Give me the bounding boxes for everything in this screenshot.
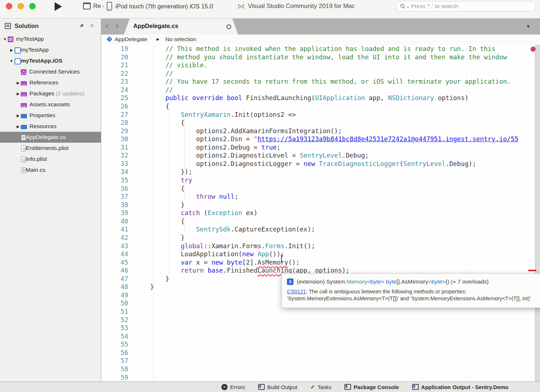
panel-button-errors[interactable]: ✕Errors [221, 384, 245, 390]
line-number[interactable]: 30 [101, 135, 128, 143]
expand-arrow-icon[interactable]: ▶ [9, 48, 14, 52]
sidebar-item-mytestapp[interactable]: ▼myTestApp [0, 33, 101, 44]
line-number[interactable]: 44 [101, 250, 128, 258]
line-number[interactable]: 26 [101, 102, 128, 111]
line-number[interactable]: 34 [101, 168, 128, 176]
code-line[interactable]: } [135, 201, 535, 209]
line-number[interactable]: 59 [101, 373, 128, 382]
panel-button-application-output-sentry-demo[interactable]: Application Output - Sentry.Demo [412, 384, 509, 390]
code-line[interactable]: options2.DiagnosticLevel = SentryLevel.D… [135, 151, 535, 160]
line-number[interactable]: 43 [101, 242, 128, 250]
search-field[interactable]: ▾ [396, 1, 536, 11]
panel-button-package-console[interactable]: Package Console [344, 384, 399, 390]
code-line[interactable]: }); [135, 168, 535, 176]
line-number[interactable]: 22 [101, 70, 128, 78]
code-line[interactable] [135, 324, 535, 332]
code-line[interactable]: options2.Debug = true; [135, 143, 535, 152]
run-button[interactable] [54, 2, 65, 12]
sidebar-item-packages[interactable]: ▶Packages(2 updates) [0, 88, 101, 99]
code-line[interactable]: // You have 17 seconds to return from th… [135, 78, 535, 86]
close-icon[interactable]: ✕ [90, 22, 94, 29]
code-line[interactable]: { [135, 102, 535, 111]
collapse-arrow-icon[interactable]: ▼ [2, 37, 8, 41]
code-line[interactable] [135, 357, 535, 365]
tab-list-dropdown-icon[interactable]: ▼ [526, 24, 531, 29]
code-line[interactable]: { [135, 217, 535, 226]
line-number[interactable]: 32 [101, 151, 128, 160]
line-number[interactable]: 38 [101, 201, 128, 209]
code-line[interactable]: LoadApplication(new App()); [135, 250, 535, 258]
line-number[interactable]: 33 [101, 160, 128, 168]
line-number[interactable]: 48 [101, 283, 128, 291]
line-number[interactable]: 51 [101, 308, 128, 316]
line-number[interactable]: 56 [101, 349, 128, 357]
code-line[interactable]: { [135, 119, 535, 127]
error-code-link[interactable]: CS0121 [287, 289, 306, 294]
code-line[interactable]: options2.DiagnosticLogger = new TraceDia… [135, 160, 535, 168]
collapse-arrow-icon[interactable]: ▼ [9, 59, 14, 63]
code-line[interactable] [135, 373, 535, 382]
line-number[interactable]: 49 [101, 291, 128, 300]
code-line[interactable]: // [135, 70, 535, 78]
code-line[interactable]: // This method is invoked when the appli… [135, 45, 535, 53]
code-line[interactable] [135, 340, 535, 349]
pin-icon[interactable] [79, 23, 84, 30]
minimize-window-button[interactable] [17, 3, 24, 9]
code-line[interactable]: var x = new byte[2].AsMemory(); [135, 258, 535, 267]
line-number[interactable]: 53 [101, 324, 128, 332]
line-number[interactable]: 52 [101, 316, 128, 324]
code-line[interactable]: // method you should instantiate the win… [135, 53, 535, 62]
code-line[interactable]: throw null; [135, 193, 535, 201]
line-number[interactable]: 42 [101, 234, 128, 242]
line-number[interactable]: 19 [101, 45, 128, 53]
sidebar-item-resources[interactable]: ▶Resources [0, 121, 101, 132]
line-number[interactable]: 31 [101, 143, 128, 152]
build-configuration-selector[interactable]: Re › [83, 3, 104, 9]
line-number[interactable]: 54 [101, 332, 128, 341]
expand-arrow-icon[interactable]: ▶ [15, 124, 21, 128]
line-number[interactable]: 58 [101, 365, 128, 373]
code-line[interactable]: SentryXamarin.Init(options2 => [135, 111, 535, 119]
sidebar-item-entitlements-plist[interactable]: Entitlements.plist [0, 143, 101, 154]
code-editor[interactable]: 1920212223242526272829303132333435363738… [101, 45, 540, 381]
code-line[interactable] [135, 332, 535, 341]
line-number[interactable]: 57 [101, 357, 128, 365]
navigate-forward-button[interactable]: › [116, 20, 119, 31]
panel-button-build-output[interactable]: Build Output [258, 384, 297, 390]
line-number[interactable]: 20 [101, 53, 128, 62]
code-line[interactable]: SentrySdk.CaptureException(ex); [135, 225, 535, 234]
line-number[interactable]: 29 [101, 127, 128, 135]
line-number[interactable]: 27 [101, 111, 128, 119]
code-line[interactable]: { [135, 185, 535, 193]
line-number[interactable]: 40 [101, 217, 128, 226]
code-line[interactable]: // visible. [135, 61, 535, 70]
device-selector[interactable]: iPod touch (7th generation) iOS 15.0 [107, 2, 213, 11]
code-line[interactable]: options2.Dsn = "https://5a193123a9b841bc… [135, 135, 535, 143]
code-line[interactable]: public override bool FinishedLaunching(U… [135, 94, 535, 102]
code-line[interactable] [135, 349, 535, 357]
line-number[interactable]: 46 [101, 266, 128, 275]
line-number[interactable]: 47 [101, 275, 128, 283]
code-line[interactable]: } [135, 234, 535, 242]
sidebar-item-mytestapp-ios[interactable]: ▼myTestApp.iOS [0, 55, 101, 66]
line-number[interactable]: 24 [101, 86, 128, 94]
code-line[interactable]: catch (Exception ex) [135, 209, 535, 217]
expand-arrow-icon[interactable]: ▶ [15, 92, 21, 96]
tab-appdelegate[interactable]: AppDelegate.cs [124, 19, 238, 35]
line-number[interactable]: 45 [101, 258, 128, 267]
sidebar-item-assets-xcassets[interactable]: Assets.xcassets [0, 99, 101, 110]
line-number[interactable]: 55 [101, 340, 128, 349]
sidebar-item-references[interactable]: ▶References [0, 77, 101, 88]
close-window-button[interactable] [6, 3, 12, 9]
line-number[interactable]: 35 [101, 176, 128, 185]
code-line[interactable]: options2.AddXamarinFormsIntegration(); [135, 127, 535, 135]
breadcrumb-selection[interactable]: No selection [165, 36, 196, 43]
sidebar-item-info-plist[interactable]: Info.plist [0, 154, 101, 165]
line-number[interactable]: 25 [101, 94, 128, 102]
expand-arrow-icon[interactable]: ▶ [15, 114, 21, 118]
code-line[interactable] [135, 308, 535, 316]
line-number[interactable]: 21 [101, 61, 128, 70]
navigate-back-button[interactable]: ‹ [106, 20, 109, 31]
code-line[interactable] [135, 316, 535, 324]
sidebar-item-connected-services[interactable]: Connected Services [0, 66, 101, 77]
